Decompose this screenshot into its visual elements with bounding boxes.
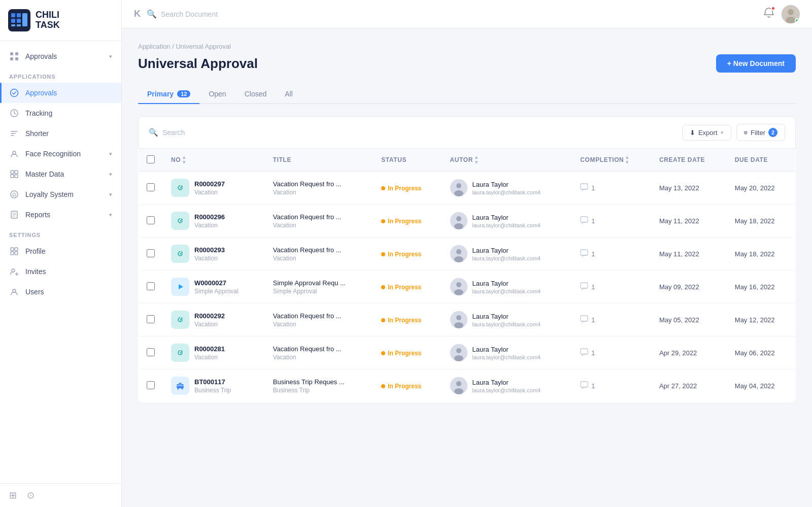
sidebar-item-profile[interactable]: Profile bbox=[0, 241, 121, 261]
th-no[interactable]: NO ▴▾ bbox=[163, 149, 265, 172]
author-info: Laura Taylor laura.taylor@chilitask.com4 bbox=[450, 377, 564, 394]
approvals-icon bbox=[9, 88, 19, 98]
svg-rect-47 bbox=[581, 217, 588, 222]
sidebar-item-invites[interactable]: Invites bbox=[0, 261, 121, 282]
sidebar-item-users[interactable]: Users bbox=[0, 282, 121, 302]
status-dot bbox=[381, 318, 385, 322]
dashboards-label: Approvals bbox=[25, 52, 107, 60]
row-author-cell: Laura Taylor laura.taylor@chilitask.com4 bbox=[442, 303, 572, 336]
tab-all-label: All bbox=[285, 90, 293, 98]
export-button[interactable]: ⬇ Export ▾ bbox=[682, 125, 731, 141]
row-due-date: May 12, 2022 bbox=[727, 303, 796, 336]
table-header-row: NO ▴▾ TITLE STATUS AUTOR ▴▾ bbox=[139, 149, 796, 172]
sidebar-nav: Approvals ▾ APPLICATIONS Approvals Track… bbox=[0, 41, 121, 483]
row-status-cell: In Progress bbox=[373, 271, 442, 303]
comment-icon bbox=[580, 282, 588, 292]
row-checkbox-4[interactable] bbox=[147, 315, 155, 323]
reports-icon bbox=[9, 210, 19, 220]
sidebar: CHILITASK Approvals ▾ APPLICATIONS Appro… bbox=[0, 0, 122, 507]
doc-icon-3 bbox=[171, 278, 189, 296]
filter-button[interactable]: ≡ Filter 2 bbox=[736, 124, 785, 141]
status-text: In Progress bbox=[388, 284, 421, 291]
th-autor[interactable]: AUTOR ▴▾ bbox=[442, 149, 572, 172]
sidebar-item-approvals[interactable]: Approvals bbox=[0, 83, 121, 103]
completion-info: 1 bbox=[580, 282, 643, 292]
row-title-cell: Vacation Request fro ... Vacation bbox=[265, 238, 373, 271]
svg-rect-19 bbox=[15, 171, 18, 174]
breadcrumb-current: Universal Approval bbox=[176, 43, 230, 50]
completion-count: 1 bbox=[591, 184, 595, 192]
doc-icon-5 bbox=[171, 344, 189, 362]
sidebar-item-master-data[interactable]: Master Data ▾ bbox=[0, 164, 121, 184]
row-checkbox-2[interactable] bbox=[147, 249, 155, 257]
author-avatar bbox=[450, 212, 467, 229]
doc-number: R0000281 bbox=[194, 345, 225, 353]
row-checkbox-0[interactable] bbox=[147, 183, 155, 191]
svg-rect-29 bbox=[11, 252, 14, 255]
toolbar-right: ⬇ Export ▾ ≡ Filter 2 bbox=[682, 124, 785, 141]
author-email: laura.taylor@chilitask.com4 bbox=[472, 288, 541, 294]
table-row: R0000281 Vacation Vacation Request fro .… bbox=[139, 336, 796, 369]
svg-rect-58 bbox=[581, 283, 588, 288]
tab-all[interactable]: All bbox=[276, 85, 302, 104]
user-avatar[interactable] bbox=[782, 5, 800, 23]
row-author-cell: Laura Taylor laura.taylor@chilitask.com4 bbox=[442, 336, 572, 369]
author-avatar bbox=[450, 311, 467, 328]
notification-dot bbox=[771, 6, 775, 11]
completion-info: 1 bbox=[580, 183, 643, 193]
select-all-checkbox[interactable] bbox=[147, 155, 155, 163]
logo: CHILITASK bbox=[0, 0, 121, 41]
sidebar-item-loyalty-system[interactable]: Loyalty System ▾ bbox=[0, 184, 121, 205]
back-button[interactable]: K bbox=[134, 9, 141, 19]
table-search-input[interactable] bbox=[162, 128, 274, 137]
invites-icon bbox=[9, 266, 19, 277]
row-title-cell: Vacation Request fro ... Vacation bbox=[265, 205, 373, 238]
completion-count: 1 bbox=[591, 250, 595, 258]
status-badge: In Progress bbox=[381, 383, 421, 390]
row-title-main: Vacation Request fro ... bbox=[273, 246, 365, 254]
comment-icon bbox=[580, 381, 588, 391]
doc-icon-6 bbox=[171, 377, 189, 395]
svg-point-62 bbox=[454, 322, 463, 328]
svg-point-56 bbox=[456, 282, 461, 287]
sidebar-item-shorter[interactable]: Shorter bbox=[0, 123, 121, 144]
help-icon[interactable]: ⊙ bbox=[27, 490, 35, 501]
svg-point-31 bbox=[12, 269, 15, 272]
svg-rect-73 bbox=[179, 383, 182, 385]
th-completion[interactable]: COMPLETION ▴▾ bbox=[572, 149, 651, 172]
sidebar-item-face-recognition[interactable]: Face Recognition ▾ bbox=[0, 144, 121, 164]
tab-open[interactable]: Open bbox=[199, 85, 235, 104]
sidebar-item-tracking[interactable]: Tracking bbox=[0, 103, 121, 123]
logo-text: CHILITASK bbox=[36, 10, 60, 30]
sidebar-item-dashboards[interactable]: Approvals ▾ bbox=[0, 46, 121, 66]
sidebar-item-reports[interactable]: Reports ▾ bbox=[0, 205, 121, 225]
row-checkbox-6[interactable] bbox=[147, 381, 155, 389]
no-sort-arrows: ▴▾ bbox=[183, 155, 186, 165]
row-id-cell: BT000117 Business Trip bbox=[163, 369, 265, 402]
svg-rect-11 bbox=[15, 57, 18, 60]
row-id-cell: R0000297 Vacation bbox=[163, 172, 265, 205]
row-author-cell: Laura Taylor laura.taylor@chilitask.com4 bbox=[442, 271, 572, 303]
completion-sort-arrows: ▴▾ bbox=[626, 155, 629, 165]
status-badge: In Progress bbox=[381, 350, 421, 357]
svg-rect-4 bbox=[17, 19, 21, 23]
svg-rect-28 bbox=[15, 248, 18, 251]
tab-primary[interactable]: Primary 12 bbox=[138, 85, 199, 104]
row-checkbox-3[interactable] bbox=[147, 282, 155, 290]
author-info: Laura Taylor laura.taylor@chilitask.com4 bbox=[450, 278, 564, 295]
table-row: W0000027 Simple Approval Simple Approval… bbox=[139, 271, 796, 303]
new-document-button[interactable]: + New Document bbox=[716, 54, 796, 73]
row-checkbox-5[interactable] bbox=[147, 348, 155, 356]
tab-closed[interactable]: Closed bbox=[235, 85, 276, 104]
row-title-cell: Vacation Request fro ... Vacation bbox=[265, 172, 373, 205]
avatar-online-dot bbox=[795, 18, 799, 23]
row-checkbox-1[interactable] bbox=[147, 216, 155, 224]
table-body: R0000297 Vacation Vacation Request fro .… bbox=[139, 172, 796, 402]
notification-bell[interactable] bbox=[763, 7, 774, 21]
master-data-chevron: ▾ bbox=[109, 171, 112, 178]
status-text: In Progress bbox=[388, 383, 421, 390]
grid-icon[interactable]: ⊞ bbox=[9, 490, 17, 501]
th-checkbox bbox=[139, 149, 163, 172]
approvals-label: Approvals bbox=[25, 89, 112, 97]
row-status-cell: In Progress bbox=[373, 369, 442, 402]
